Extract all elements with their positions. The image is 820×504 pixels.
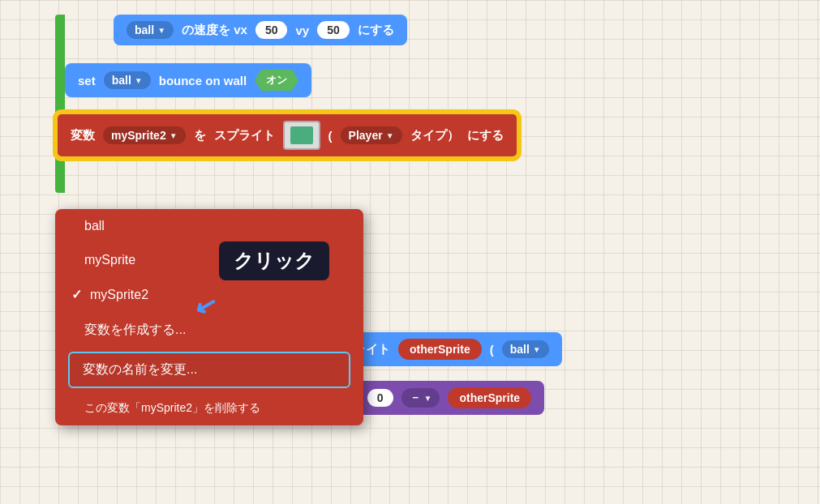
variable-block: 変数 mySprite2 ▼ を スプライト ( Player ▼ タイプ） に… <box>55 112 519 159</box>
dropdown-arrow-r2: ▼ <box>135 76 143 85</box>
menu-item-create-label: 変数を作成する... <box>84 322 186 339</box>
green-connector-bar <box>55 15 65 193</box>
dropdown-arrow-r4: ▼ <box>533 345 541 354</box>
menu-item-ball[interactable]: ball <box>55 209 363 243</box>
dropdown-arrow-r3: ▼ <box>170 131 178 140</box>
mysprite2-label: mySprite2 <box>111 129 166 142</box>
rename-item-wrapper: 変数の名前を変更... <box>62 352 357 388</box>
other-sprite-label-r5: otherSprite <box>459 391 520 404</box>
minus-label: － <box>410 391 421 405</box>
paren-open: ( <box>328 129 333 143</box>
vy-value[interactable]: 50 <box>317 21 350 39</box>
dropdown-arrow-player: ▼ <box>386 131 394 140</box>
minus-dropdown[interactable]: － ▼ <box>401 388 440 408</box>
ball-dropdown-r2[interactable]: ball ▼ <box>104 71 151 89</box>
other-sprite-pill: otherSprite <box>398 339 482 360</box>
ball-label-r2: ball <box>112 74 131 87</box>
other-sprite-label: otherSprite <box>410 343 470 356</box>
menu-item-rename[interactable]: 変数の名前を変更... <box>68 352 350 388</box>
ball-label-r4: ball <box>510 343 530 356</box>
menu-item-mysprite2-label: mySprite2 <box>90 288 148 302</box>
click-annotation: クリック <box>219 241 329 280</box>
mysprite2-dropdown[interactable]: mySprite2 ▼ <box>103 126 186 144</box>
player-label: Player <box>349 129 383 142</box>
bounce-label: bounce on wall <box>159 74 247 88</box>
ball-dropdown-r4[interactable]: ball ▼ <box>502 340 549 358</box>
set-label: set <box>78 74 96 88</box>
menu-item-mysprite-label: mySprite <box>84 253 135 267</box>
speed-block: ball ▼ の速度を vx 50 vy 50 にする <box>114 15 407 45</box>
end-label-r3: にする <box>467 128 504 143</box>
menu-item-delete[interactable]: この変数「mySprite2」を削除する <box>55 391 363 425</box>
menu-item-rename-label: 変数の名前を変更... <box>83 362 197 376</box>
paren-r4: ( <box>490 343 494 357</box>
ball-label-r1: ball <box>135 23 154 36</box>
type-label: タイプ） <box>410 128 459 143</box>
toggle-switch[interactable]: オン <box>255 70 298 91</box>
other-sprite-pill-r5: otherSprite <box>448 387 531 408</box>
player-dropdown[interactable]: Player ▼ <box>341 126 402 144</box>
sprite-thumb-image <box>290 126 313 144</box>
sprite-thumbnail[interactable] <box>283 121 320 150</box>
sprite2-label: スプライト <box>214 128 275 143</box>
zero-value[interactable]: 0 <box>367 389 393 407</box>
menu-item-ball-label: ball <box>84 219 105 233</box>
vx-value[interactable]: 50 <box>255 21 288 39</box>
end-label-r1: にする <box>358 23 394 38</box>
toggle-label: オン <box>266 74 287 86</box>
click-text: クリック <box>234 250 315 271</box>
menu-item-delete-label: この変数「mySprite2」を削除する <box>84 401 260 414</box>
ball-dropdown-r1[interactable]: ball ▼ <box>127 21 174 39</box>
dropdown-arrow-minus: ▼ <box>424 394 432 403</box>
dropdown-arrow-r1: ▼ <box>157 26 165 35</box>
var-label: 変数 <box>71 128 95 143</box>
bounce-block: set ball ▼ bounce on wall オン <box>65 63 311 97</box>
vy-label: vy <box>295 23 309 37</box>
speed-text: の速度を vx <box>182 23 247 38</box>
wo-label: を <box>194 128 206 143</box>
